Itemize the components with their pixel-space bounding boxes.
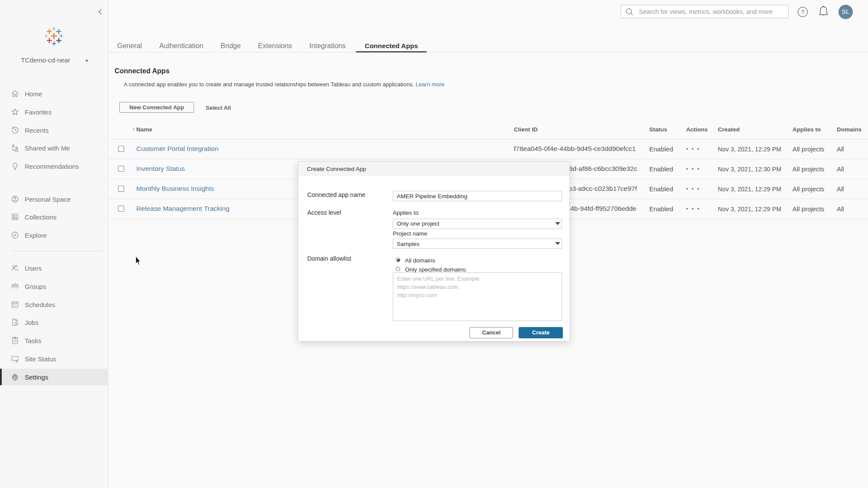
- svg-text:?: ?: [801, 9, 805, 16]
